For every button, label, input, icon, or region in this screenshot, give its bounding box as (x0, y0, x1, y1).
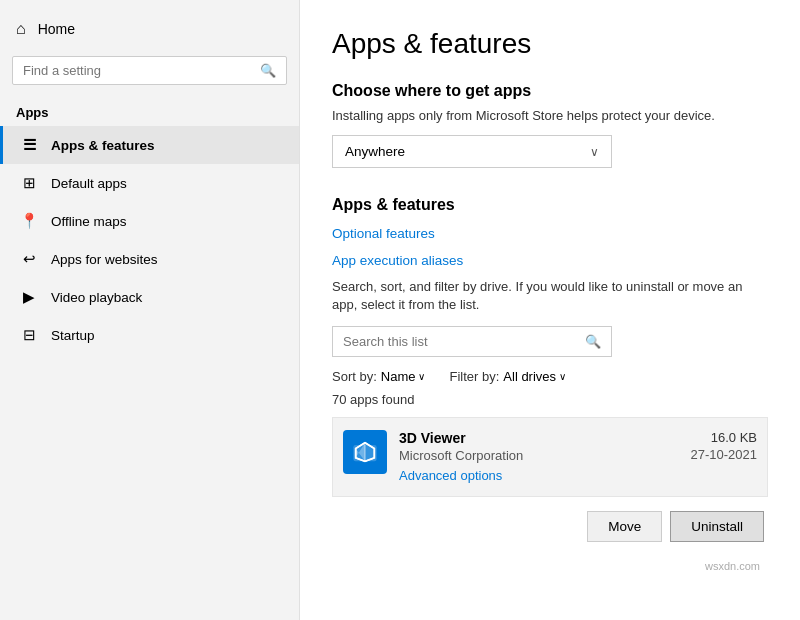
sidebar-item-startup[interactable]: ⊟ Startup (0, 316, 299, 354)
sort-chevron-icon: ∨ (418, 371, 425, 382)
home-label: Home (38, 21, 75, 37)
filter-by-dropdown[interactable]: All drives ∨ (503, 369, 566, 384)
app-icon-box (343, 430, 387, 474)
app-execution-link[interactable]: App execution aliases (332, 253, 463, 268)
sidebar-item-label: Video playback (51, 290, 142, 305)
sort-by-label: Sort by: (332, 369, 377, 384)
sidebar-item-apps-websites[interactable]: ↩ Apps for websites (0, 240, 299, 278)
search-list-icon: 🔍 (585, 334, 601, 349)
get-apps-dropdown[interactable]: Anywhere ∨ (332, 135, 612, 168)
optional-features-link[interactable]: Optional features (332, 226, 435, 241)
choose-subtitle: Installing apps only from Microsoft Stor… (332, 108, 768, 123)
home-icon: ⌂ (16, 20, 26, 38)
offline-maps-icon: 📍 (19, 212, 39, 230)
startup-icon: ⊟ (19, 326, 39, 344)
apps-description: Search, sort, and filter by drive. If yo… (332, 278, 768, 314)
sidebar-item-label: Apps & features (51, 138, 155, 153)
apps-websites-icon: ↩ (19, 250, 39, 268)
search-icon: 🔍 (260, 63, 276, 78)
app-details: 3D Viewer Microsoft Corporation Advanced… (399, 430, 691, 484)
sidebar-item-label: Offline maps (51, 214, 127, 229)
sidebar-item-label: Default apps (51, 176, 127, 191)
3d-viewer-icon (351, 438, 379, 466)
sort-by-container: Sort by: Name ∨ (332, 369, 425, 384)
action-row: Move Uninstall (332, 511, 768, 542)
search-list-input[interactable] (343, 334, 585, 349)
sidebar-item-label: Startup (51, 328, 95, 343)
filter-by-label: Filter by: (449, 369, 499, 384)
sort-by-value: Name (381, 369, 416, 384)
sidebar-item-default-apps[interactable]: ⊞ Default apps (0, 164, 299, 202)
search-list-box[interactable]: 🔍 (332, 326, 612, 357)
page-title: Apps & features (332, 28, 768, 60)
app-publisher: Microsoft Corporation (399, 448, 691, 463)
watermark: wsxdn.com (332, 558, 768, 574)
main-content: Apps & features Choose where to get apps… (300, 0, 800, 620)
apps-features-icon: ☰ (19, 136, 39, 154)
filter-chevron-icon: ∨ (559, 371, 566, 382)
sort-by-dropdown[interactable]: Name ∨ (381, 369, 426, 384)
sidebar-section-title: Apps (0, 93, 299, 126)
sidebar-item-apps-features[interactable]: ☰ Apps & features (0, 126, 299, 164)
video-playback-icon: ▶ (19, 288, 39, 306)
sort-filter-row: Sort by: Name ∨ Filter by: All drives ∨ (332, 369, 768, 384)
choose-section-title: Choose where to get apps (332, 82, 768, 100)
sidebar-item-offline-maps[interactable]: 📍 Offline maps (0, 202, 299, 240)
sidebar-item-video-playback[interactable]: ▶ Video playback (0, 278, 299, 316)
settings-search-input[interactable] (23, 63, 260, 78)
sidebar-home-button[interactable]: ⌂ Home (0, 10, 299, 48)
dropdown-value: Anywhere (345, 144, 405, 159)
chevron-down-icon: ∨ (590, 145, 599, 159)
advanced-options-link[interactable]: Advanced options (399, 468, 502, 483)
app-meta: 16.0 KB 27-10-2021 (691, 430, 758, 462)
filter-by-value: All drives (503, 369, 556, 384)
settings-search-box[interactable]: 🔍 (12, 56, 287, 85)
app-size: 16.0 KB (691, 430, 758, 445)
apps-features-section-title: Apps & features (332, 196, 768, 214)
app-date: 27-10-2021 (691, 447, 758, 462)
default-apps-icon: ⊞ (19, 174, 39, 192)
filter-by-container: Filter by: All drives ∨ (449, 369, 566, 384)
move-button[interactable]: Move (587, 511, 662, 542)
sidebar: ⌂ Home 🔍 Apps ☰ Apps & features ⊞ Defaul… (0, 0, 300, 620)
uninstall-button[interactable]: Uninstall (670, 511, 764, 542)
app-name: 3D Viewer (399, 430, 691, 446)
apps-features-section: Apps & features Optional features App ex… (332, 196, 768, 542)
apps-count: 70 apps found (332, 392, 768, 407)
sidebar-item-label: Apps for websites (51, 252, 158, 267)
app-list-item[interactable]: 3D Viewer Microsoft Corporation Advanced… (332, 417, 768, 497)
